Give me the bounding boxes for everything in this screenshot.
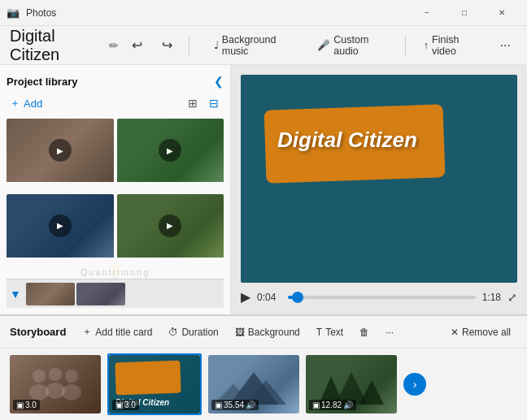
music-icon: ♩ bbox=[214, 39, 219, 51]
video-controls: ▶ 0:04 1:18 ⤢ bbox=[241, 283, 517, 305]
background-icon: 🖼 bbox=[235, 327, 245, 338]
storyboard-item-label-3: ▣ 35.54 🔊 bbox=[211, 400, 259, 410]
main-content: Project library ❮ ＋ Add ⊞ ⊟ ▶ ▶ bbox=[0, 65, 527, 314]
maximize-button[interactable]: □ bbox=[446, 0, 483, 26]
storyboard-item-2[interactable]: Title card Digital Citizen ▣ 3.0 bbox=[107, 353, 202, 415]
item-type-icon-3: ▣ bbox=[215, 401, 222, 409]
item-type-icon-1: ▣ bbox=[16, 401, 24, 409]
panel-title: Project library bbox=[7, 76, 77, 88]
storyboard-items: ▣ 3.0 Title card Digital Citizen ▣ 3.0 bbox=[0, 349, 527, 420]
minimize-button[interactable]: − bbox=[408, 0, 446, 26]
panel-header: Project library ❮ bbox=[7, 71, 224, 94]
svg-point-4 bbox=[65, 370, 78, 383]
toolbar-divider bbox=[189, 36, 189, 55]
storyboard-toolbar: Storyboard ＋ Add title card ⏱ Duration 🖼… bbox=[0, 316, 527, 349]
svg-point-5 bbox=[62, 384, 81, 401]
duration-button[interactable]: ⏱ Duration bbox=[162, 324, 224, 340]
plus-icon: ＋ bbox=[10, 96, 20, 110]
current-time: 0:04 bbox=[257, 292, 281, 303]
view-toggle: ⊞ ⊟ bbox=[183, 95, 224, 111]
media-item-4[interactable]: ▶ bbox=[117, 194, 224, 266]
strip-thumb-2 bbox=[76, 283, 125, 305]
progress-thumb bbox=[292, 292, 303, 303]
video-preview: Digital Citizen bbox=[241, 75, 517, 283]
storyboard-next-button[interactable]: › bbox=[403, 373, 426, 396]
undo-button[interactable]: ↩ bbox=[125, 34, 149, 56]
play-button[interactable]: ▶ bbox=[241, 289, 250, 305]
media-item-3[interactable]: ▶ bbox=[7, 194, 114, 266]
main-toolbar: Digital Citizen ✏ ↩ ↪ ♩ Background music… bbox=[0, 26, 527, 65]
text-button[interactable]: T Text bbox=[310, 324, 350, 340]
svg-point-0 bbox=[33, 370, 46, 383]
item-type-icon-2: ▣ bbox=[115, 401, 123, 409]
plus-icon2: ＋ bbox=[82, 325, 92, 339]
storyboard-item-label-4: ▣ 12.82 🔊 bbox=[309, 400, 356, 410]
list-view-button[interactable]: ⊟ bbox=[204, 95, 224, 111]
trash-icon: 🗑 bbox=[359, 327, 369, 338]
progress-bar[interactable] bbox=[288, 296, 476, 299]
media-item-1[interactable]: ▶ bbox=[7, 119, 114, 191]
finish-video-button[interactable]: ↑ Finish video bbox=[416, 31, 487, 60]
background-button[interactable]: 🖼 Background bbox=[229, 324, 307, 340]
edit-icon[interactable]: ✏ bbox=[109, 39, 119, 52]
toolbar-divider2 bbox=[405, 36, 406, 55]
add-title-card-button[interactable]: ＋ Add title card bbox=[76, 323, 159, 341]
watermark-icon: 💡 bbox=[106, 263, 125, 281]
toolbar-more-button[interactable]: ··· bbox=[494, 35, 517, 56]
play-overlay-3: ▶ bbox=[49, 214, 72, 237]
timeline-strip: ▼ bbox=[7, 279, 224, 308]
close-button[interactable]: ✕ bbox=[483, 0, 520, 26]
storyboard-item-3[interactable]: ▣ 35.54 🔊 bbox=[208, 355, 299, 414]
media-item-2[interactable]: ▶ bbox=[117, 119, 224, 191]
storyboard-item-label-2: ▣ 3.0 bbox=[112, 400, 139, 410]
remove-all-button[interactable]: ✕ Remove all bbox=[444, 324, 517, 340]
timeline-marker: ▼ bbox=[10, 288, 21, 301]
project-library-panel: Project library ❮ ＋ Add ⊞ ⊟ ▶ ▶ bbox=[0, 65, 231, 314]
audio-indicator-4: 🔊 bbox=[343, 401, 353, 409]
title-brush bbox=[115, 361, 181, 396]
titlebar-title: Photos bbox=[26, 7, 408, 19]
svg-marker-11 bbox=[359, 380, 384, 405]
redo-button[interactable]: ↪ bbox=[155, 34, 179, 56]
fullscreen-button[interactable]: ⤢ bbox=[507, 291, 517, 304]
add-media-button[interactable]: ＋ Add bbox=[7, 94, 46, 112]
storyboard-title: Storyboard bbox=[10, 326, 66, 338]
storyboard-item-1[interactable]: ▣ 3.0 bbox=[10, 355, 101, 414]
play-overlay-4: ▶ bbox=[159, 214, 181, 237]
preview-title: Digital Citizen bbox=[277, 128, 417, 153]
custom-audio-button[interactable]: 🎤 Custom audio bbox=[309, 31, 395, 60]
clock-icon: ⏱ bbox=[168, 327, 178, 338]
chevron-right-icon: › bbox=[413, 378, 417, 391]
delete-button[interactable]: 🗑 bbox=[353, 324, 376, 340]
grid-view-button[interactable]: ⊞ bbox=[183, 95, 203, 111]
storyboard-item-4[interactable]: ▣ 12.82 🔊 bbox=[306, 355, 397, 414]
people-silhouette bbox=[23, 364, 88, 405]
text-icon: T bbox=[316, 327, 322, 338]
total-time: 1:18 bbox=[482, 292, 501, 303]
app-title: Digital Citizen bbox=[10, 27, 98, 64]
audio-icon: 🎤 bbox=[317, 39, 330, 51]
media-grid: ▶ ▶ ▶ ▶ bbox=[7, 119, 224, 266]
titlebar: 📷 Photos − □ ✕ bbox=[0, 0, 527, 26]
panel-toolbar: ＋ Add ⊞ ⊟ bbox=[7, 94, 224, 112]
storyboard-item-label-1: ▣ 3.0 bbox=[13, 400, 40, 410]
video-preview-panel: Digital Citizen ▶ 0:04 1:18 ⤢ bbox=[231, 65, 527, 314]
storyboard-more-button[interactable]: ··· bbox=[379, 324, 400, 340]
background-music-button[interactable]: ♩ Background music bbox=[206, 31, 303, 60]
window-controls: − □ ✕ bbox=[408, 0, 520, 26]
x-icon: ✕ bbox=[451, 327, 459, 338]
strip-thumb-1 bbox=[26, 283, 75, 305]
svg-point-2 bbox=[49, 368, 62, 381]
play-overlay-1: ▶ bbox=[49, 139, 72, 162]
audio-indicator-3: 🔊 bbox=[246, 401, 255, 409]
app-icon: 📷 bbox=[7, 6, 20, 19]
item-type-icon-4: ▣ bbox=[312, 401, 320, 409]
upload-icon: ↑ bbox=[424, 40, 429, 51]
storyboard: Storyboard ＋ Add title card ⏱ Duration 🖼… bbox=[0, 314, 527, 420]
play-overlay-2: ▶ bbox=[159, 139, 181, 162]
panel-collapse-button[interactable]: ❮ bbox=[214, 75, 224, 88]
